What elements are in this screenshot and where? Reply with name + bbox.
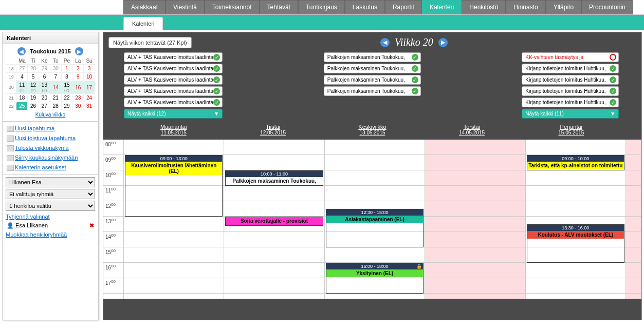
check-icon: ✓	[610, 65, 616, 72]
calendar-day[interactable]: 15(2)	[61, 81, 72, 94]
nav-tab[interactable]: Henkilöstö	[462, 0, 506, 14]
prev-month-icon[interactable]: ◀	[17, 47, 26, 55]
task-item[interactable]: ALV + TAS Kausiveroilmoitus laadinta✓	[124, 64, 223, 73]
next-month-icon[interactable]: ▶	[75, 47, 83, 55]
day-header[interactable]: Tiistai12.05.2015	[223, 122, 322, 140]
calendar-day[interactable]: 27	[16, 65, 28, 73]
calendar-day[interactable]: 30	[50, 65, 61, 73]
calendar-day[interactable]: 7	[50, 73, 61, 81]
calendar-day[interactable]: 12(2)	[28, 81, 39, 94]
day-column[interactable]: 12:30 - 15:00Asiakastapaaminen (EL)16:00…	[325, 140, 425, 299]
day-header[interactable]: Keskiviikko13.05.2015	[323, 122, 422, 140]
edit-group-link[interactable]: Muokkaa henkilöryhmää	[6, 230, 95, 239]
remove-person-icon[interactable]: ✖	[89, 222, 94, 229]
sidebar-link[interactable]: Kalenterin asetukset	[6, 163, 95, 172]
link-icon	[7, 136, 14, 142]
calendar-day[interactable]: 17	[84, 81, 95, 94]
calendar-event[interactable]: 13:30 - 16:00Koulutus - ALV muutokset (E…	[527, 224, 624, 263]
day-header[interactable]: Perjantai15.05.2015	[522, 122, 621, 140]
calendar-event[interactable]: 09:00 - 10:00Tarkista, että kp-aineistot…	[527, 155, 624, 170]
calendar-day[interactable]: 8	[61, 73, 72, 81]
nav-tab[interactable]: Tuntikirjaus	[298, 0, 345, 14]
calendar-event[interactable]: 09:00 - 13:00Kausiveroilmoitusten lähett…	[125, 155, 223, 217]
nav-tab[interactable]: Laskutus	[345, 0, 385, 14]
calendar-day[interactable]: 2	[72, 65, 84, 73]
day-column[interactable]: 09:00 - 10:00Tarkista, että kp-aineistot…	[526, 140, 626, 299]
day-header[interactable]: Torstai14.05.2015	[422, 122, 521, 140]
calendar-day[interactable]: 13(2)	[39, 81, 50, 94]
count-select[interactable]: 1 henkilöä valittu	[6, 201, 95, 211]
calendar-day[interactable]: 25	[16, 102, 28, 110]
sidebar-link[interactable]: Uusi tapahtuma	[6, 124, 95, 133]
nav-tab[interactable]: Ylläpito	[546, 0, 581, 14]
prev-week-icon[interactable]: ◀	[380, 38, 390, 47]
calendar-day[interactable]: 29	[61, 102, 72, 110]
nav-tab[interactable]: Toimeksiannot	[205, 0, 260, 14]
nav-tab[interactable]: Asiakkaat	[123, 0, 165, 14]
task-item[interactable]: Palkkojen maksaminen Toukokuu,✓	[324, 86, 421, 96]
calendar-event[interactable]: Soita verottajalle - provisiot	[225, 217, 323, 226]
nav-tab[interactable]: Viestintä	[165, 0, 205, 14]
task-item[interactable]: ALV + TAS Kausiveroilmoitus laadinta✓	[124, 86, 223, 96]
task-item[interactable]: Palkkojen maksaminen Toukokuu,✓	[324, 64, 421, 73]
group-select[interactable]: Ei valittuja ryhmiä	[6, 189, 95, 199]
calendar-day[interactable]: 5	[28, 73, 39, 81]
calendar-day[interactable]: 22	[61, 94, 72, 102]
calendar-day[interactable]: 28	[50, 102, 61, 110]
calendar-day[interactable]: 16	[72, 81, 84, 94]
calendar-day[interactable]: 4	[16, 73, 28, 81]
calendar-day[interactable]: 30	[72, 102, 84, 110]
calendar-day[interactable]: 26	[28, 102, 39, 110]
nav-tab[interactable]: Raportit	[385, 0, 422, 14]
calendar-day[interactable]: 31	[84, 102, 95, 110]
calendar-day[interactable]: 21	[50, 94, 61, 102]
day-column[interactable]: 10:00 - 11:00Palkkojen maksaminen Toukok…	[224, 140, 324, 299]
calendar-day[interactable]: 3	[84, 65, 95, 73]
day-header[interactable]: Maanantai11.05.2015	[124, 122, 223, 140]
calendar-event[interactable]: 10:00 - 11:00Palkkojen maksaminen Toukok…	[225, 170, 323, 186]
task-item[interactable]: ALV + TAS Kausiveroilmoitus laadinta✓	[124, 75, 223, 85]
sidebar-link[interactable]: Siirry kuukausinäkymään	[6, 153, 95, 163]
task-item[interactable]: ALV + TAS Kausiveroilmoitus laadinta✓	[124, 98, 223, 107]
day-column[interactable]	[425, 140, 525, 299]
calendar-day[interactable]: 27	[39, 102, 50, 110]
task-item[interactable]: KK-vaihteen täsmäytys ja	[522, 52, 619, 62]
calendar-day[interactable]: 24	[84, 94, 95, 102]
show-all-button[interactable]: Näytä kaikki (12)▼	[124, 109, 223, 119]
next-week-icon[interactable]: ▶	[438, 38, 448, 47]
calendar-day[interactable]: 29	[39, 65, 50, 73]
task-item[interactable]: Kirjanpitotietojen toimitus Huhtikuu,✓	[522, 64, 619, 73]
nav-tab[interactable]: Tehtävät	[260, 0, 298, 14]
calendar-day[interactable]: 10	[84, 73, 95, 81]
task-item[interactable]: Kirjanpitotietojen toimitus Huhtikuu,✓	[522, 75, 619, 85]
nav-tab[interactable]: Procountoriin	[581, 0, 633, 14]
user-select[interactable]: Liikanen Esa	[6, 177, 95, 187]
calendar-day[interactable]: 6	[39, 73, 50, 81]
nav-tab[interactable]: Hinnasto	[506, 0, 545, 14]
show-week-tasks-button[interactable]: Näytä viikon tehtävät (27 Kpl)	[108, 37, 192, 48]
task-item[interactable]: Kirjanpitotietojen toimitus Huhtikuu,✓	[522, 98, 619, 107]
calendar-day[interactable]: 14	[50, 81, 61, 94]
subtab-kalenteri[interactable]: Kalenteri	[123, 17, 163, 30]
task-item[interactable]: ALV + TAS Kausiveroilmoitus laadinta✓	[124, 52, 223, 62]
calendar-day[interactable]: 1	[61, 65, 72, 73]
calendar-day[interactable]: 19	[28, 94, 39, 102]
clear-selection-link[interactable]: Tyhjennä valinnat	[6, 212, 95, 221]
calendar-day[interactable]: 11(1)	[16, 81, 28, 94]
show-all-button[interactable]: Näytä kaikki (11)▼	[522, 109, 619, 119]
calendar-day[interactable]: 23	[72, 94, 84, 102]
calendar-day[interactable]: 20	[39, 94, 50, 102]
task-item[interactable]: Palkkojen maksaminen Toukokuu,✓	[324, 52, 421, 62]
calendar-day[interactable]: 28	[28, 65, 39, 73]
day-column[interactable]: 09:00 - 13:00Kausiveroilmoitusten lähett…	[124, 140, 224, 299]
sidebar-link[interactable]: Uusi toistuva tapahtuma	[6, 133, 95, 143]
current-week-link[interactable]: Kuluva viikko	[6, 110, 95, 119]
nav-tab[interactable]: Kalenteri	[422, 0, 462, 14]
calendar-day[interactable]: 9	[72, 73, 84, 81]
task-item[interactable]: Kirjanpitotietojen toimitus Huhtikuu,✓	[522, 86, 619, 96]
calendar-event[interactable]: 12:30 - 15:00Asiakastapaaminen (EL)	[326, 209, 424, 247]
calendar-event[interactable]: 16:00 - 18:00🔒Yksityinen (EL)	[326, 263, 424, 294]
sidebar-link[interactable]: Tulosta viikkonäkymä	[6, 143, 95, 153]
task-item[interactable]: Palkkojen maksaminen Toukokuu,✓	[324, 75, 421, 85]
calendar-day[interactable]: 18	[16, 94, 28, 102]
